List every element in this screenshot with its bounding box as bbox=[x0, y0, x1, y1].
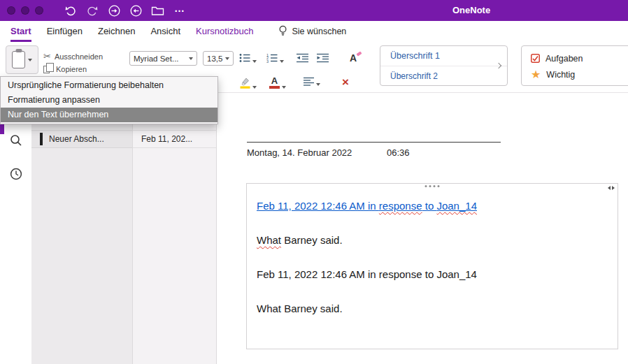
note-hyperlink[interactable]: Feb 11, 2022 12:46 AM in response to Joa… bbox=[257, 200, 477, 212]
undo-icon[interactable] bbox=[64, 3, 77, 17]
note-text: Feb 11, 2022 12:46 AM in response to Joa… bbox=[257, 199, 609, 336]
window-controls bbox=[7, 6, 43, 15]
cut-button[interactable]: ✂ Ausschneiden bbox=[43, 51, 103, 61]
chevron-down-icon bbox=[28, 59, 32, 61]
numbered-list-icon: 123 bbox=[266, 53, 278, 63]
indent-button[interactable] bbox=[317, 53, 329, 63]
tab-ansicht[interactable]: Ansicht bbox=[150, 21, 180, 42]
chevron-down-icon bbox=[189, 57, 193, 60]
tab-start[interactable]: Start bbox=[10, 21, 31, 42]
link-text-part-misspelled: Joan_14 bbox=[436, 200, 477, 212]
menu-item-text-only[interactable]: Nur den Text übernehmen bbox=[1, 108, 217, 122]
search-icon bbox=[10, 134, 22, 147]
page-canvas[interactable]: Montag, 14. Februar 2022 06:36 Feb 11, 2… bbox=[217, 93, 628, 364]
highlighter-button[interactable] bbox=[240, 77, 257, 89]
resize-handle-icon[interactable] bbox=[608, 186, 615, 190]
page-date: Montag, 14. Februar 2022 bbox=[247, 147, 352, 158]
style-heading-2[interactable]: Überschrift 2 bbox=[380, 66, 507, 85]
link-text-part-misspelled: response bbox=[379, 200, 422, 212]
star-icon: ★ bbox=[531, 70, 541, 80]
indent-icon bbox=[317, 53, 329, 63]
titlebar-toolbar: … bbox=[64, 3, 186, 17]
note-paragraph: What Barney said. bbox=[257, 233, 609, 247]
font-size-value: 13,5 bbox=[207, 54, 222, 63]
outdent-icon bbox=[297, 53, 308, 63]
search-button[interactable] bbox=[9, 133, 23, 147]
page-item-label: Feb 11, 202... bbox=[141, 134, 192, 144]
clock-icon bbox=[10, 168, 22, 180]
tell-me-button[interactable]: Sie wünschen bbox=[278, 21, 346, 42]
style-heading-1-label: Überschrift 1 bbox=[390, 51, 440, 61]
note-container[interactable]: Feb 11, 2022 12:46 AM in response to Joa… bbox=[246, 183, 618, 349]
close-button[interactable] bbox=[7, 6, 15, 15]
menu-item-keep-formatting[interactable]: Ursprüngliche Formatierung beibehalten bbox=[1, 78, 217, 93]
chevron-down-icon bbox=[252, 86, 257, 89]
highlighter-icon bbox=[240, 77, 250, 89]
menu-item-match-formatting[interactable]: Formatierung anpassen bbox=[1, 93, 217, 108]
paste-button[interactable] bbox=[6, 45, 38, 74]
app-title: OneNote bbox=[452, 0, 490, 21]
clear-formatting-icon: A bbox=[350, 52, 357, 64]
tag-aufgaben[interactable]: Aufgaben bbox=[531, 50, 628, 66]
note-paragraph: Feb 11, 2022 12:46 AM in response to Joa… bbox=[257, 199, 609, 212]
more-icon[interactable]: … bbox=[173, 3, 186, 17]
todo-checkbox-icon bbox=[531, 54, 540, 63]
page-item[interactable]: Feb 11, 202... bbox=[133, 130, 216, 148]
tag-wichtig-label: Wichtig bbox=[546, 70, 575, 80]
back-icon[interactable] bbox=[129, 3, 142, 17]
tab-einfuegen[interactable]: Einfügen bbox=[47, 21, 83, 42]
paragraph-align-button[interactable] bbox=[304, 77, 320, 86]
chevron-down-icon bbox=[282, 86, 286, 89]
note-text-part: Barney said. bbox=[281, 234, 343, 246]
cut-label: Ausschneiden bbox=[55, 52, 103, 61]
outdent-button[interactable] bbox=[297, 53, 308, 63]
move-handle-icon[interactable] bbox=[425, 185, 440, 187]
numbered-list-button[interactable]: 123 bbox=[266, 53, 284, 63]
recent-notes-button[interactable] bbox=[9, 167, 23, 181]
tags-gallery: Aufgaben ★ Wichtig bbox=[521, 45, 628, 86]
svg-text:3: 3 bbox=[266, 59, 269, 64]
clear-formatting-button[interactable]: A bbox=[350, 52, 357, 64]
copy-icon bbox=[43, 66, 50, 73]
delete-x-icon: × bbox=[342, 75, 349, 89]
font-color-button[interactable]: A bbox=[269, 77, 286, 89]
clipboard-icon bbox=[12, 51, 25, 68]
align-left-icon bbox=[304, 77, 314, 86]
copy-button[interactable]: Kopieren bbox=[43, 65, 87, 73]
chevron-down-icon bbox=[225, 57, 229, 60]
tab-zeichnen[interactable]: Zeichnen bbox=[98, 21, 135, 42]
style-heading-1[interactable]: Überschrift 1 bbox=[380, 46, 507, 66]
tag-wichtig[interactable]: ★ Wichtig bbox=[531, 66, 628, 82]
note-text-part-misspelled: What bbox=[257, 234, 281, 246]
font-size-select[interactable]: 13,5 bbox=[203, 51, 234, 66]
style-heading-2-label: Überschrift 2 bbox=[390, 71, 438, 81]
font-name-select[interactable]: Myriad Set... bbox=[129, 51, 197, 66]
sync-icon[interactable] bbox=[108, 3, 120, 17]
section-item[interactable]: Neuer Absch... bbox=[31, 130, 132, 148]
note-paragraph: What Barney said. bbox=[257, 302, 609, 315]
bullet-list-button[interactable] bbox=[239, 53, 257, 63]
onenote-window: … OneNote Start Einfügen Zeichnen Ansich… bbox=[0, 0, 628, 364]
chevron-down-icon bbox=[252, 60, 257, 63]
nav-rail bbox=[0, 93, 31, 364]
selected-section-indicator bbox=[40, 133, 43, 145]
bullet-list-icon bbox=[239, 53, 250, 63]
pages-panel: Feb 11, 202... bbox=[133, 93, 217, 364]
zoom-button[interactable] bbox=[35, 6, 43, 15]
font-name-value: Myriad Set... bbox=[134, 54, 179, 63]
delete-button[interactable]: × bbox=[342, 76, 349, 89]
title-divider-rule bbox=[247, 142, 501, 143]
paste-options-menu: Ursprüngliche Formatierung beibehalten F… bbox=[0, 76, 218, 124]
lightbulb-icon bbox=[278, 25, 287, 38]
redo-icon[interactable] bbox=[86, 3, 99, 17]
tell-me-label: Sie wünschen bbox=[292, 27, 346, 36]
link-text-part: Feb 11, 2022 12:46 AM in bbox=[257, 200, 379, 212]
note-paragraph: Feb 11, 2022 12:46 AM in response to Joa… bbox=[257, 268, 609, 281]
minimize-button[interactable] bbox=[21, 6, 29, 15]
page-time: 06:36 bbox=[387, 147, 410, 158]
tab-kursnotizbuch[interactable]: Kursnotizbuch bbox=[196, 21, 253, 42]
scissors-icon: ✂ bbox=[43, 51, 51, 61]
font-color-icon: A bbox=[269, 77, 280, 89]
section-label: Neuer Absch... bbox=[49, 134, 104, 144]
folder-icon[interactable] bbox=[151, 3, 164, 17]
